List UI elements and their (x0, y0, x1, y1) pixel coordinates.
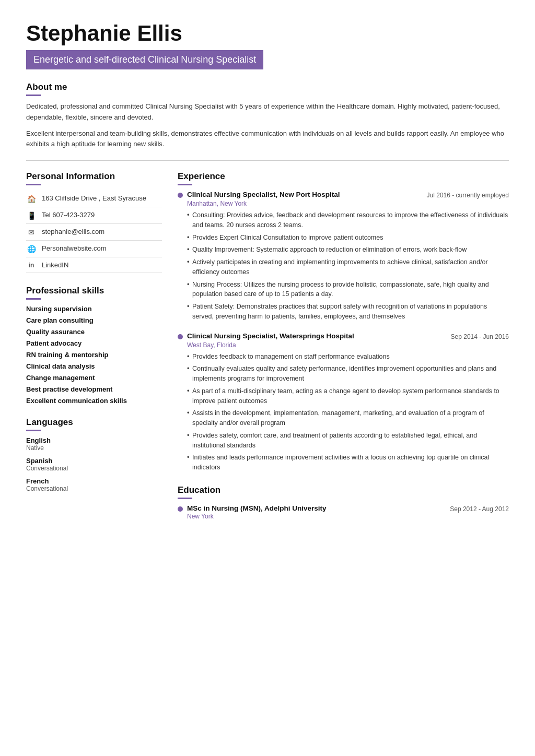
skill-2: Care plan consulting (26, 316, 162, 324)
exp-entry-1: Clinical Nursing Specialist, New Port Ho… (178, 191, 509, 322)
about-title: About me (26, 82, 509, 98)
contact-address-text: 163 Cliffside Drive , East Syracuse (42, 194, 146, 202)
edu-title-1: MSc in Nursing (MSN), Adelphi University (187, 504, 445, 512)
exp-entry-2: Clinical Nursing Specialist, Waterspring… (178, 332, 509, 473)
exp-date-2: Sep 2014 - Jun 2016 (451, 333, 509, 340)
exp-title-1: Clinical Nursing Specialist, New Port Ho… (187, 191, 422, 198)
exp-bullet-1-5: Nursing Process: Utilizes the nursing pr… (187, 280, 509, 300)
edu-date-1: Sep 2012 - Aug 2012 (450, 505, 509, 513)
languages-title: Languages (26, 417, 162, 433)
edu-location-1: New York (187, 513, 509, 520)
language-english: English Native (26, 436, 162, 452)
about-section: About me Dedicated, professional and com… (26, 82, 509, 150)
exp-bullets-1: Consulting: Provides advice, feedback an… (187, 210, 509, 322)
exp-bullet-2-5: Provides safety, comfort care, and treat… (187, 431, 509, 451)
exp-title-2: Clinical Nursing Specialist, Waterspring… (187, 332, 446, 340)
education-section: Education MSc in Nursing (MSN), Adelphi … (178, 485, 509, 520)
skill-8: Best practise development (26, 385, 162, 393)
language-french: French Conversational (26, 477, 162, 492)
language-english-level: Native (26, 444, 162, 452)
about-paragraph-1: Dedicated, professional and committed Cl… (26, 101, 509, 123)
education-title: Education (178, 485, 509, 501)
language-french-level: Conversational (26, 485, 162, 492)
right-column: Experience Clinical Nursing Specialist, … (178, 171, 509, 525)
linkedin-icon: in (26, 262, 37, 269)
contact-website: 🌐 Personalwebsite.com (26, 241, 162, 257)
exp-bullet-1-3: Quality Improvement: Systematic approach… (187, 245, 509, 255)
email-icon: ✉ (26, 228, 37, 237)
contact-website-text: Personalwebsite.com (42, 244, 107, 252)
skills-section: Professional skills Nursing supervision … (26, 286, 162, 405)
skill-6: Clinical data analysis (26, 362, 162, 370)
experience-section: Experience Clinical Nursing Specialist, … (178, 171, 509, 473)
skill-7: Change management (26, 374, 162, 382)
contact-address: 🏠 163 Cliffside Drive , East Syracuse (26, 191, 162, 207)
language-spanish-name: Spanish (26, 457, 162, 465)
home-icon: 🏠 (26, 195, 37, 203)
two-column-layout: Personal Information 🏠 163 Cliffside Dri… (26, 171, 509, 525)
contact-email: ✉ stephanie@ellis.com (26, 224, 162, 241)
personal-section: Personal Information 🏠 163 Cliffside Dri… (26, 171, 162, 273)
exp-header-2: Clinical Nursing Specialist, Waterspring… (187, 332, 509, 340)
exp-header-1: Clinical Nursing Specialist, New Port Ho… (187, 191, 509, 199)
contact-linkedin: in LinkedIN (26, 257, 162, 273)
exp-bullet-1-4: Actively participates in creating and im… (187, 257, 509, 277)
exp-bullet-2-6: Initiates and leads performance improvem… (187, 453, 509, 473)
skill-5: RN training & mentorship (26, 351, 162, 359)
exp-bullet-1-1: Consulting: Provides advice, feedback an… (187, 210, 509, 230)
left-column: Personal Information 🏠 163 Cliffside Dri… (26, 171, 162, 525)
language-spanish-level: Conversational (26, 465, 162, 472)
contact-phone: 📱 Tel 607-423-3279 (26, 207, 162, 224)
exp-bullet-2-1: Provides feedback to management on staff… (187, 352, 509, 362)
exp-bullets-2: Provides feedback to management on staff… (187, 352, 509, 473)
exp-bullet-1-6: Patient Safety: Demonstrates practices t… (187, 302, 509, 322)
skill-9: Excellent communication skills (26, 397, 162, 405)
language-french-name: French (26, 477, 162, 485)
edu-entry-1: MSc in Nursing (MSN), Adelphi University… (178, 504, 509, 520)
contact-linkedin-text: LinkedIN (42, 261, 68, 269)
exp-location-1: Manhattan, New York (187, 200, 509, 207)
experience-title: Experience (178, 171, 509, 187)
language-spanish: Spanish Conversational (26, 457, 162, 472)
candidate-subtitle: Energetic and self-directed Clinical Nur… (26, 50, 263, 69)
language-english-name: English (26, 436, 162, 444)
resume-container: Stephanie Ellis Energetic and self-direc… (0, 0, 535, 546)
contact-phone-text: Tel 607-423-3279 (42, 211, 95, 219)
skill-3: Quality assurance (26, 328, 162, 336)
exp-bullet-2-3: As part of a multi-disciplinary team, ac… (187, 386, 509, 406)
exp-bullet-2-4: Assists in the development, implementati… (187, 408, 509, 428)
section-divider (26, 160, 509, 161)
about-paragraph-2: Excellent interpersonal and team-buildin… (26, 128, 509, 150)
skill-1: Nursing supervision (26, 305, 162, 313)
contact-email-text: stephanie@ellis.com (42, 228, 104, 235)
phone-icon: 📱 (26, 211, 37, 220)
globe-icon: 🌐 (26, 245, 37, 253)
exp-bullet-2-2: Continually evaluates quality and safety… (187, 364, 509, 384)
exp-location-2: West Bay, Florida (187, 341, 509, 349)
exp-date-1: Jul 2016 - currently employed (427, 192, 509, 199)
edu-header-1: MSc in Nursing (MSN), Adelphi University… (187, 504, 509, 513)
skill-4: Patient advocacy (26, 339, 162, 347)
candidate-name: Stephanie Ellis (26, 21, 509, 46)
skills-title: Professional skills (26, 286, 162, 302)
languages-section: Languages English Native Spanish Convers… (26, 417, 162, 492)
exp-bullet-1-2: Provides Expert Clinical Consultation to… (187, 233, 509, 243)
personal-title: Personal Information (26, 171, 162, 187)
